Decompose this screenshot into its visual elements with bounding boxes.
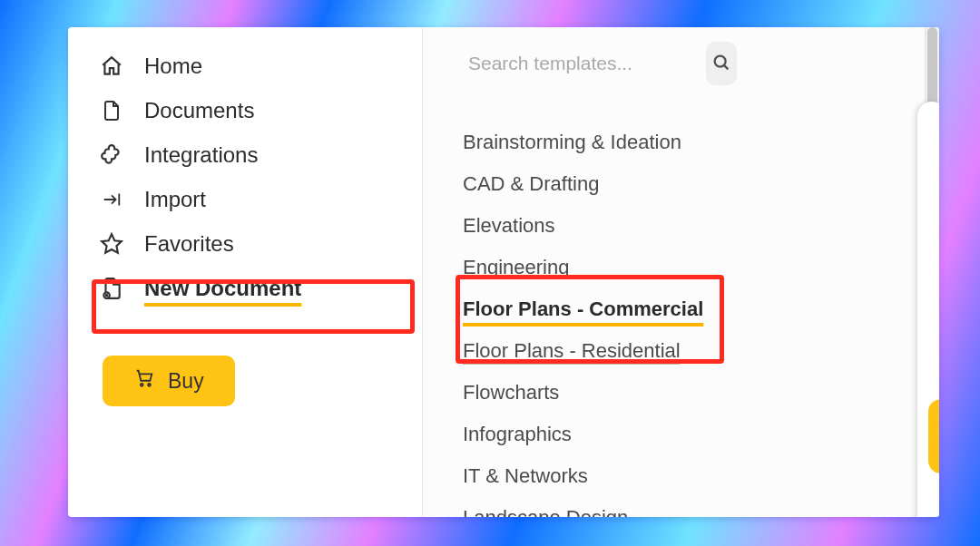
search-icon [711,53,731,75]
sidebar-item-documents[interactable]: Documents [99,88,413,132]
category-item-floorplans-commercial[interactable]: Floor Plans - Commercial [463,288,912,330]
sidebar-item-label: Integrations [144,142,258,168]
sidebar-item-integrations[interactable]: Integrations [99,132,413,177]
search-templates [463,42,737,85]
svg-marker-0 [102,234,122,253]
category-item[interactable]: Engineering [463,247,912,288]
svg-point-2 [141,384,143,386]
integrations-icon [99,142,124,168]
sidebar-item-label: Favorites [144,231,234,257]
templates-column: Brainstorming & Ideation CAD & Drafting … [423,27,939,517]
search-button[interactable] [706,42,737,85]
home-icon [99,54,124,79]
sidebar-item-label: Home [144,54,202,79]
desktop-background: Home Documents Integrations [0,0,980,546]
app-window: Home Documents Integrations [68,27,939,517]
documents-icon [99,98,124,123]
sidebar-item-label: New Document [144,276,301,301]
sidebar: Home Documents Integrations [68,27,422,517]
new-document-icon [99,276,124,301]
category-item[interactable]: Brainstorming & Ideation [463,122,912,163]
search-input[interactable] [463,42,706,85]
sidebar-item-favorites[interactable]: Favorites [99,221,413,266]
sidebar-item-import[interactable]: Import [99,177,413,221]
category-item[interactable]: Infographics [463,414,912,455]
category-item-floorplans-residential[interactable]: Floor Plans - Residential [463,330,912,372]
sidebar-item-home[interactable]: Home [99,44,413,88]
import-icon [99,187,124,212]
side-drawer-handle[interactable] [928,399,939,473]
favorites-icon [99,231,124,257]
sidebar-item-label: Documents [144,98,254,123]
category-item[interactable]: Elevations [463,205,912,247]
category-item[interactable]: Flowcharts [463,372,912,414]
svg-point-3 [148,384,151,386]
cart-icon [133,368,155,394]
buy-button-label: Buy [168,369,204,394]
sidebar-item-label: Import [144,187,206,212]
template-category-list: Brainstorming & Ideation CAD & Drafting … [463,122,912,517]
category-item[interactable]: Landscape Design [463,497,912,517]
sidebar-item-new-document[interactable]: New Document [99,266,413,310]
svg-line-5 [724,64,728,68]
svg-point-4 [715,55,726,66]
category-item[interactable]: IT & Networks [463,455,912,497]
buy-button[interactable]: Buy [103,356,235,406]
category-item[interactable]: CAD & Drafting [463,163,912,205]
